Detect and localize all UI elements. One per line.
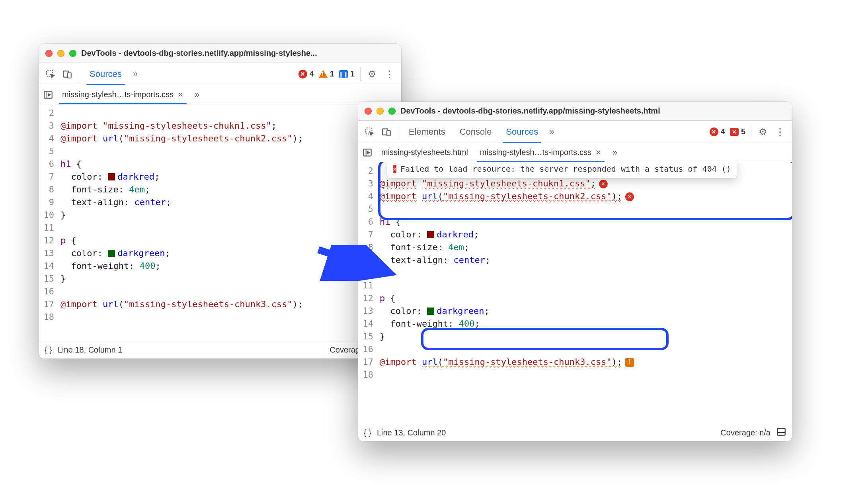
warning-icon	[319, 70, 328, 78]
toggle-navigator-icon[interactable]	[41, 88, 55, 102]
separator	[398, 125, 398, 139]
color-swatch-darkred[interactable]	[108, 173, 115, 180]
file-tab-label: missing-stylesheets.html	[381, 148, 468, 157]
separator	[79, 67, 79, 81]
more-file-tabs-icon[interactable]: »	[191, 90, 202, 100]
window-title: DevTools - devtools-dbg-stories.netlify.…	[81, 49, 317, 58]
error-tooltip: ✕ Failed to load resource: the server re…	[387, 162, 737, 178]
maximize-window-icon[interactable]	[388, 108, 396, 115]
traffic-lights	[365, 108, 396, 115]
more-menu-icon[interactable]: ⋮	[771, 126, 789, 137]
source-editor[interactable]: 23456789101112131415161718 ✕ Failed to l…	[358, 162, 792, 424]
coverage-label: Coverage: n/a	[720, 428, 770, 437]
issues-badge[interactable]: ✕5	[728, 127, 748, 136]
file-tab-label: missing-stylesh…ts-imports.css	[62, 90, 174, 99]
close-window-icon[interactable]	[365, 108, 372, 115]
minimize-window-icon[interactable]	[376, 108, 384, 115]
tab-console[interactable]: Console	[453, 121, 499, 143]
titlebar: DevTools - devtools-dbg-stories.netlify.…	[39, 44, 401, 63]
main-toolbar: Elements Console Sources » ✕4 ✕5 ⚙ ⋮	[358, 121, 792, 143]
separator	[360, 67, 361, 81]
status-bar: { } Line 13, Column 20 Coverage: n/a	[358, 424, 792, 441]
error-icon: ✕	[710, 127, 718, 136]
annotation-arrow-icon	[314, 245, 410, 281]
error-marker-icon[interactable]: ✕	[625, 192, 634, 201]
color-swatch-darkgreen[interactable]	[427, 308, 434, 315]
tab-elements[interactable]: Elements	[402, 121, 453, 143]
window-title: DevTools - devtools-dbg-stories.netlify.…	[400, 106, 660, 116]
titlebar: DevTools - devtools-dbg-stories.netlify.…	[358, 102, 792, 121]
source-editor[interactable]: 23456789101112131415161718 @import "miss…	[39, 104, 401, 341]
more-file-tabs-icon[interactable]: »	[609, 147, 620, 158]
warning-marker-icon[interactable]: !	[625, 358, 634, 367]
svg-rect-2	[68, 73, 71, 78]
code-area[interactable]: ✕ Failed to load resource: the server re…	[378, 162, 792, 424]
file-tab-imports-css[interactable]: missing-stylesh…ts-imports.css ✕	[475, 143, 606, 162]
error-marker-icon[interactable]: ✕	[599, 180, 608, 188]
close-window-icon[interactable]	[45, 50, 53, 57]
error-icon: ✕	[298, 70, 307, 78]
info-icon: ❙❙	[339, 70, 348, 78]
settings-icon[interactable]: ⚙	[364, 69, 380, 80]
svg-rect-13	[777, 428, 785, 435]
code-area[interactable]: @import "missing-stylesheets-chukn1.css"…	[59, 104, 401, 341]
show-drawer-icon[interactable]	[776, 427, 786, 439]
more-tabs-icon[interactable]: »	[545, 127, 556, 137]
pretty-print-icon[interactable]: { }	[45, 345, 52, 355]
file-tab-html[interactable]: missing-stylesheets.html	[376, 143, 473, 162]
main-toolbar: Sources » ✕4 1 ❙❙1 ⚙ ⋮	[39, 63, 401, 85]
file-tab-strip: missing-stylesh…ts-imports.css ✕ »	[39, 85, 401, 104]
more-menu-icon[interactable]: ⋮	[380, 69, 398, 80]
settings-icon[interactable]: ⚙	[755, 126, 771, 137]
tab-sources[interactable]: Sources	[499, 121, 545, 143]
svg-line-7	[318, 250, 390, 273]
inspect-element-icon[interactable]	[361, 123, 378, 140]
devtools-window-after: DevTools - devtools-dbg-stories.netlify.…	[358, 102, 792, 441]
errors-badge[interactable]: ✕4	[296, 69, 316, 78]
inspect-element-icon[interactable]	[42, 66, 59, 82]
minimize-window-icon[interactable]	[57, 50, 64, 57]
close-tab-icon[interactable]: ✕	[178, 90, 183, 99]
errors-badge[interactable]: ✕4	[707, 127, 728, 136]
issue-icon: ✕	[730, 128, 739, 136]
line-gutter: 23456789101112131415161718	[358, 162, 378, 424]
toggle-navigator-icon[interactable]	[361, 146, 374, 159]
issues-badge[interactable]: ❙❙1	[337, 69, 357, 78]
file-tab-strip: missing-stylesheets.html missing-stylesh…	[358, 143, 792, 162]
line-gutter: 23456789101112131415161718	[39, 104, 59, 341]
tab-sources[interactable]: Sources	[82, 63, 129, 85]
status-bar: { } Line 18, Column 1 Coverage: n/a	[39, 341, 401, 359]
color-swatch-darkgreen[interactable]	[108, 250, 115, 257]
error-icon: ✕	[393, 165, 396, 174]
file-tab-label: missing-stylesh…ts-imports.css	[480, 148, 591, 157]
more-tabs-icon[interactable]: »	[129, 69, 140, 79]
cursor-position: Line 13, Column 20	[377, 428, 446, 437]
cursor-position: Line 18, Column 1	[58, 345, 122, 355]
file-tab-imports-css[interactable]: missing-stylesh…ts-imports.css ✕	[57, 85, 188, 104]
pretty-print-icon[interactable]: { }	[364, 428, 371, 437]
color-swatch-darkred[interactable]	[427, 231, 434, 238]
maximize-window-icon[interactable]	[69, 50, 76, 57]
traffic-lights	[45, 50, 76, 57]
device-toolbar-icon[interactable]	[59, 66, 76, 82]
close-tab-icon[interactable]: ✕	[595, 148, 601, 157]
devtools-window-before: DevTools - devtools-dbg-stories.netlify.…	[39, 44, 401, 359]
svg-rect-10	[387, 130, 390, 135]
device-toolbar-icon[interactable]	[378, 123, 395, 140]
warnings-badge[interactable]: 1	[316, 69, 337, 78]
separator	[751, 125, 751, 139]
